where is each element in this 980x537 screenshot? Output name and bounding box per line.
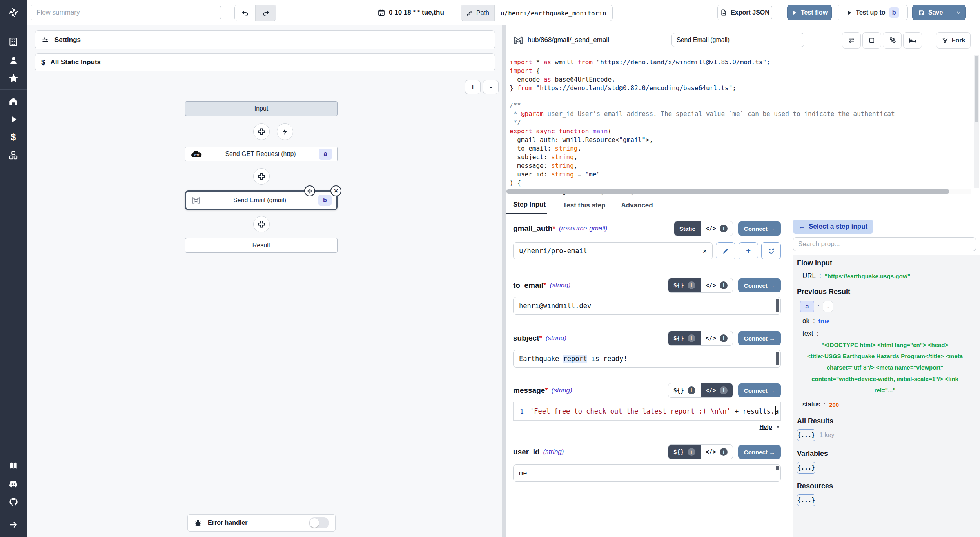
test-up-to-button[interactable]: Test up to b: [838, 5, 908, 20]
move-step-handle[interactable]: [304, 185, 315, 196]
plus-icon: +: [746, 247, 751, 256]
sidebar-item-favorites[interactable]: [0, 70, 27, 86]
path-chip[interactable]: Path u/henri/earthquake_monitorin: [461, 5, 613, 21]
tab-test-this-step[interactable]: Test this step: [563, 196, 605, 214]
javascript-mode-button[interactable]: </>i: [701, 278, 733, 292]
reload-script-button[interactable]: [842, 32, 861, 49]
info-icon: i: [688, 334, 695, 342]
add-step-button[interactable]: [253, 168, 270, 185]
sidebar-item-discord[interactable]: [0, 475, 27, 492]
node-gmail-label: Send Email (gmail): [201, 197, 318, 204]
step-a-badge[interactable]: a: [800, 301, 814, 312]
info-icon: i: [720, 386, 728, 394]
all-results-title: All Results: [797, 417, 975, 425]
template-mode-button[interactable]: ${}i: [668, 331, 701, 345]
sidebar-item-runs[interactable]: [0, 111, 27, 127]
undo-button[interactable]: [235, 5, 255, 21]
gmail-auth-resource-input[interactable]: u/henri/pro-email ✕: [513, 242, 713, 259]
subject-input[interactable]: Earthquake report is ready!: [513, 350, 781, 368]
phone-incoming-button[interactable]: [883, 32, 902, 49]
code-vertical-scrollbar[interactable]: [974, 55, 979, 188]
javascript-mode-button[interactable]: </>i: [701, 445, 733, 459]
template-mode-button[interactable]: ${}i: [668, 383, 701, 397]
clear-icon[interactable]: ✕: [703, 247, 707, 255]
pane-resize-handle[interactable]: [502, 25, 506, 537]
zoom-in-button[interactable]: +: [465, 80, 481, 94]
hub-script-path[interactable]: hub/868/gmail/_send_email: [528, 25, 609, 55]
tab-advanced[interactable]: Advanced: [621, 196, 653, 214]
text-value[interactable]: "<!DOCTYPE html> <html lang="en"> <head>…: [797, 339, 973, 396]
save-button[interactable]: Save: [912, 5, 966, 20]
template-mode-button[interactable]: ${}i: [668, 278, 701, 292]
connect-button[interactable]: Connect →: [738, 331, 781, 345]
sidebar-item-docs[interactable]: [0, 457, 27, 474]
object-expand-chip[interactable]: {...}: [797, 429, 815, 441]
square-icon: [868, 37, 875, 44]
refresh-resource-button[interactable]: [761, 242, 781, 259]
connect-button[interactable]: Connect →: [738, 383, 781, 397]
to-email-input[interactable]: henri@windmill.dev: [513, 297, 781, 315]
undo-icon: [241, 9, 249, 17]
schedule-cron[interactable]: 0 10 18 * * tue,thu: [377, 0, 444, 25]
connect-button[interactable]: Connect →: [738, 445, 781, 459]
flow-summary-input[interactable]: [31, 5, 221, 20]
javascript-mode-button[interactable]: </>i: [701, 383, 733, 397]
add-resource-button[interactable]: +: [739, 242, 758, 259]
fork-button[interactable]: Fork: [936, 32, 971, 49]
zoom-out-button[interactable]: -: [483, 80, 499, 94]
sidebar-item-github[interactable]: [0, 493, 27, 510]
search-prop-input[interactable]: [793, 237, 976, 251]
code-editor[interactable]: import * as wmill from "https://deno.lan…: [506, 55, 980, 196]
flow-input-url-row[interactable]: URL : "https://earthquake.usgs.gov/": [802, 272, 975, 280]
box-button[interactable]: [862, 32, 881, 49]
node-gmail-step-selected[interactable]: ✕ Send Email (gmail) b: [185, 190, 338, 210]
test-flow-button[interactable]: Test flow: [787, 5, 832, 20]
select-step-input-pill[interactable]: ← Select a step input: [793, 220, 873, 234]
node-result[interactable]: Result: [185, 238, 338, 253]
ok-row[interactable]: ok : true: [802, 317, 975, 325]
status-row[interactable]: status : 200: [802, 401, 975, 408]
text-row[interactable]: text :: [802, 330, 975, 337]
windmill-logo[interactable]: [0, 0, 27, 25]
message-code-editor[interactable]: 1 'Feel free to check out the latest rep…: [513, 402, 781, 421]
sidebar-item-variables[interactable]: $: [0, 129, 27, 145]
chevron-down-icon[interactable]: [775, 424, 781, 430]
pencil-icon: [722, 247, 730, 255]
help-link[interactable]: Help: [759, 423, 772, 430]
save-main[interactable]: Save: [913, 5, 948, 20]
connect-button[interactable]: Connect →: [738, 278, 781, 292]
sidebar-item-resources[interactable]: [0, 147, 27, 163]
object-expand-chip[interactable]: {...}: [797, 494, 815, 506]
connect-button[interactable]: Connect →: [738, 221, 781, 236]
export-json-button[interactable]: Export JSON: [717, 5, 772, 20]
redo-button[interactable]: [255, 5, 276, 21]
tab-step-input[interactable]: Step Input: [506, 196, 547, 214]
user-id-input[interactable]: me: [513, 464, 781, 482]
settings-label: Settings: [54, 36, 81, 44]
add-step-button[interactable]: [253, 123, 270, 140]
edit-resource-button[interactable]: [716, 242, 735, 259]
object-expand-chip[interactable]: {...}: [797, 462, 815, 474]
collapsed-value-badge[interactable]: -: [823, 301, 833, 312]
error-handler-toggle[interactable]: [309, 517, 329, 528]
sleep-button[interactable]: [903, 32, 922, 49]
javascript-mode-button[interactable]: </>i: [701, 221, 733, 236]
sidebar-item-user[interactable]: [0, 52, 27, 68]
key-count: 1 key: [819, 432, 834, 439]
sidebar-item-home[interactable]: [0, 93, 27, 109]
save-icon: [918, 9, 925, 16]
static-mode-button[interactable]: Static: [674, 221, 701, 236]
template-mode-button[interactable]: ${}i: [668, 445, 701, 459]
trigger-button[interactable]: [277, 123, 293, 140]
node-input[interactable]: Input: [185, 101, 338, 116]
add-step-button[interactable]: [253, 216, 270, 232]
text-cursor: [775, 406, 776, 415]
javascript-mode-button[interactable]: </>i: [701, 331, 733, 345]
sidebar-expand-button[interactable]: [0, 517, 27, 533]
sidebar-item-workspace[interactable]: [0, 34, 27, 50]
code-horizontal-scrollbar[interactable]: [506, 189, 971, 194]
delete-step-button[interactable]: ✕: [330, 185, 341, 196]
node-http-step[interactable]: HTTP Send GET Request (http) a: [185, 147, 338, 161]
step-summary-input[interactable]: [671, 33, 804, 47]
save-dropdown-button[interactable]: [952, 5, 965, 20]
